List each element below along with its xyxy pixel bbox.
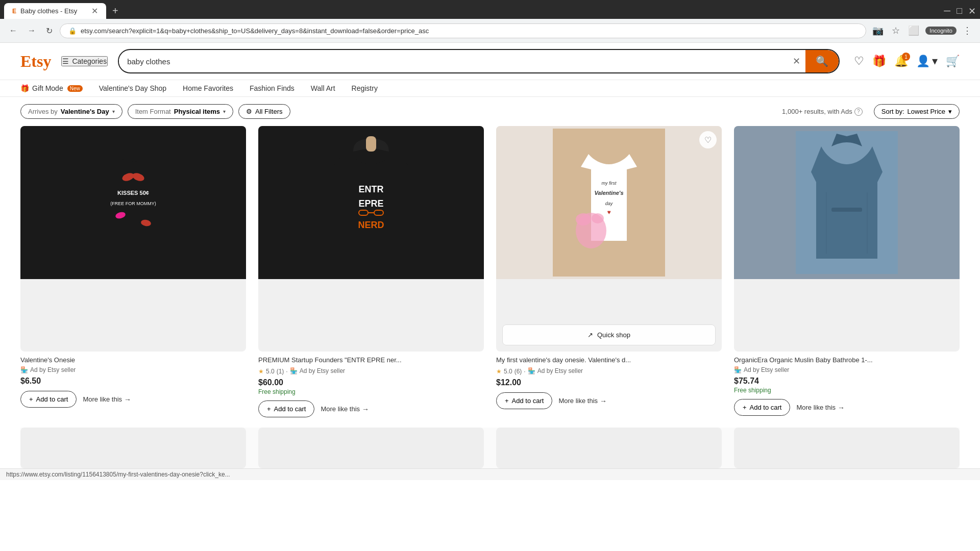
nav-item-gift-mode[interactable]: 🎁 Gift Mode New — [20, 84, 83, 92]
more-like-button-2[interactable]: More like this → — [321, 405, 369, 413]
notifications-button[interactable]: 🔔 1 — [894, 55, 908, 68]
product-seller-4: 🏪 Ad by Etsy seller — [734, 366, 960, 373]
address-bar[interactable]: 🔒 etsy.com/search?explicit=1&q=baby+clot… — [60, 23, 866, 38]
add-to-cart-button-1[interactable]: + Add to cart — [20, 391, 77, 408]
sort-label: Sort by: — [881, 108, 904, 115]
results-text: 1,000+ results, with Ads — [782, 108, 852, 115]
more-like-label-1: More like this — [83, 395, 122, 403]
wishlist-button-3[interactable]: ♡ — [699, 131, 717, 148]
window-controls: ─ □ ✕ — [944, 6, 976, 17]
search-clear-button[interactable]: ✕ — [788, 56, 805, 67]
sort-button[interactable]: Sort by: Lowest Price ▾ — [874, 104, 960, 119]
arrow-right-icon-4: → — [838, 404, 845, 412]
back-button[interactable]: ← — [6, 24, 20, 37]
results-info-icon[interactable]: ? — [854, 108, 863, 116]
product-title-1: Valentine's Onesie — [20, 356, 246, 365]
all-filters-label: All Filters — [255, 108, 282, 115]
nav-item-valentines-shop[interactable]: Valentine's Day Shop — [99, 84, 166, 92]
product-title-4: OrganicEra Organic Muslin Baby Bathrobe … — [734, 356, 960, 365]
seller-store-icon-2: 🏪 — [290, 367, 298, 374]
product-image-3[interactable]: my first Valentine's day ♥ ♡ — [496, 126, 722, 352]
nav-item-fashion-finds[interactable]: Fashion Finds — [250, 84, 295, 92]
menu-button[interactable]: ⋮ — [961, 23, 974, 38]
add-to-cart-button-4[interactable]: + Add to cart — [734, 399, 790, 416]
minimize-button[interactable]: ─ — [944, 6, 950, 17]
reload-button[interactable]: ↻ — [43, 24, 56, 38]
plus-icon-2: + — [267, 405, 271, 413]
arrow-right-icon-2: → — [362, 405, 369, 413]
seller-store-icon-4: 🏪 — [734, 366, 742, 373]
rating-count-2: (1) — [277, 368, 284, 375]
svg-text:my first: my first — [602, 181, 617, 186]
nav-item-wall-art[interactable]: Wall Art — [311, 84, 335, 92]
chevron-down-icon: ▾ — [932, 55, 938, 68]
new-tab-button[interactable]: + — [108, 3, 122, 19]
cart-button[interactable]: 🛒 — [946, 55, 960, 68]
bookmark-button[interactable]: ☆ — [890, 23, 902, 38]
product-image-1[interactable]: KISSES 50¢ (FREE FOR MOMMY) — [20, 126, 246, 352]
search-input[interactable] — [119, 52, 788, 71]
product-rating-3: ★ 5.0 (6) · — [496, 368, 526, 375]
svg-point-20 — [592, 213, 604, 223]
product-actions-3: + Add to cart More like this → — [496, 392, 722, 409]
arrow-right-icon-1: → — [124, 395, 131, 404]
add-to-cart-label-3: Add to cart — [512, 397, 544, 405]
categories-label: Categories — [72, 57, 107, 65]
etsy-nav-bar: 🎁 Gift Mode New Valentine's Day Shop Hom… — [0, 80, 980, 97]
more-like-button-4[interactable]: More like this → — [796, 404, 845, 412]
bottom-card-3 — [496, 428, 722, 468]
all-filters-button[interactable]: ⚙ All Filters — [238, 104, 290, 119]
quick-shop-arrows-icon: ↗ — [587, 331, 593, 339]
rating-value-2: 5.0 — [266, 368, 275, 375]
forward-button[interactable]: → — [24, 24, 39, 37]
valentines-shop-label: Valentine's Day Shop — [99, 84, 166, 92]
product-seller-2: ★ 5.0 (1) · 🏪 Ad by Etsy seller — [258, 366, 484, 375]
etsy-logo[interactable]: Etsy — [20, 52, 51, 71]
product-image-2[interactable]: ENTR EPRE NERD — [258, 126, 484, 352]
gift-mode-icon: 🎁 — [20, 84, 29, 92]
format-filter[interactable]: Item Format Physical items ▾ — [128, 104, 233, 119]
add-to-cart-label-4: Add to cart — [750, 404, 782, 411]
add-to-cart-label-2: Add to cart — [274, 405, 306, 413]
product-actions-1: + Add to cart More like this → — [20, 391, 246, 408]
add-to-cart-button-3[interactable]: + Add to cart — [496, 392, 552, 409]
maximize-button[interactable]: □ — [957, 6, 962, 17]
dot-separator-3: · — [524, 368, 525, 375]
search-button[interactable]: 🔍 — [805, 50, 839, 72]
valentines-filter[interactable]: Arrives by Valentine's Day ▾ — [20, 104, 122, 119]
nav-item-home-favorites[interactable]: Home Favorites — [183, 84, 233, 92]
camera-off-button[interactable]: 📷 — [870, 23, 886, 38]
registry-label: Registry — [352, 84, 378, 92]
tab-title: Baby clothes - Etsy — [20, 7, 77, 15]
free-shipping-4: Free shipping — [734, 387, 960, 394]
notification-badge: 1 — [902, 53, 910, 61]
gift-button[interactable]: 🎁 — [872, 55, 886, 68]
product-actions-4: + Add to cart More like this → — [734, 399, 960, 416]
bottom-card-4 — [734, 428, 960, 468]
more-like-button-3[interactable]: More like this → — [558, 397, 607, 405]
filter-sliders-icon: ⚙ — [246, 108, 252, 115]
tab-close-button[interactable]: ✕ — [91, 6, 98, 16]
search-bar: ✕ 🔍 — [118, 49, 840, 73]
nav-item-registry[interactable]: Registry — [352, 84, 378, 92]
sort-chevron-icon: ▾ — [948, 108, 952, 115]
profile-switcher-button[interactable]: ⬜ — [906, 23, 921, 38]
quick-shop-overlay-3[interactable]: ↗ Quick shop — [502, 324, 716, 345]
bottom-card-2 — [258, 428, 484, 468]
format-filter-value: Physical items — [174, 108, 220, 115]
active-tab[interactable]: E Baby clothes - Etsy ✕ — [4, 3, 106, 19]
favorites-button[interactable]: ♡ — [854, 55, 864, 68]
svg-text:EPRE: EPRE — [358, 198, 383, 209]
seller-label-3: Ad by Etsy seller — [537, 367, 583, 374]
add-to-cart-button-2[interactable]: + Add to cart — [258, 400, 314, 417]
user-account-button[interactable]: 👤 ▾ — [916, 55, 938, 68]
svg-rect-22 — [831, 208, 862, 212]
close-window-button[interactable]: ✕ — [968, 6, 976, 17]
categories-button[interactable]: ☰ Categories — [61, 56, 108, 66]
product-image-4[interactable] — [734, 126, 960, 352]
more-like-button-1[interactable]: More like this → — [83, 395, 131, 404]
svg-text:KISSES 50¢: KISSES 50¢ — [117, 190, 149, 196]
hamburger-icon: ☰ — [62, 57, 69, 65]
product-seller-1: 🏪 Ad by Etsy seller — [20, 366, 246, 373]
product-seller-3: ★ 5.0 (6) · 🏪 Ad by Etsy seller — [496, 366, 722, 375]
